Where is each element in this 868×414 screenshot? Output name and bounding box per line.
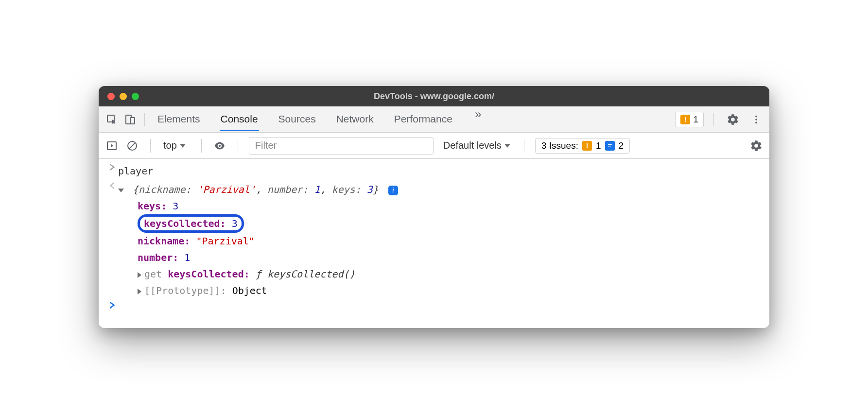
context-label: top [163,140,177,151]
expand-toggle-icon[interactable] [138,272,141,278]
tab-sources[interactable]: Sources [278,107,317,131]
divider [238,139,238,153]
devtools-window: DevTools - www.google.com/ Elements Cons… [99,86,769,328]
svg-rect-9 [608,144,612,145]
property-number[interactable]: number: 1 [138,249,762,266]
info-icon [605,141,615,151]
toggle-sidebar-icon[interactable] [104,138,119,153]
kebab-menu-icon[interactable] [747,110,765,129]
live-expression-icon[interactable] [212,138,227,153]
property-prototype[interactable]: [[Prototype]]: Object [138,282,762,299]
divider [524,139,524,153]
divider [150,139,151,153]
issues-warn-count: 1 [596,140,601,151]
more-tabs-icon[interactable]: » [472,107,484,131]
property-getter-keysCollected[interactable]: get keysCollected: ƒ keysCollected() [138,266,762,282]
window-title: DevTools - www.google.com/ [99,91,769,102]
object-preview: {nickname: 'Parzival', number: 1, keys: … [133,184,384,195]
tab-console[interactable]: Console [220,107,259,131]
panel-tabs: Elements Console Sources Network Perform… [156,107,484,131]
tabs-bar: Elements Console Sources Network Perform… [99,106,769,133]
console-settings-icon[interactable] [749,138,764,153]
property-nickname[interactable]: nickname: "Parzival" [138,233,762,249]
issues-summary[interactable]: 3 Issues: ! 1 2 [535,138,630,154]
console-prompt-row[interactable] [99,300,769,318]
divider [201,139,202,153]
divider [144,113,145,126]
console-result-row[interactable]: {nickname: 'Parzival', number: 1, keys: … [99,180,769,300]
console-toolbar: top Default levels 3 Issues: ! 1 2 [99,133,769,159]
property-keys[interactable]: keys: 3 [138,198,762,214]
settings-icon[interactable] [724,110,742,129]
tab-elements[interactable]: Elements [156,107,201,131]
chevron-down-icon [504,144,510,148]
output-return-icon [106,181,118,299]
console-command: player [118,163,762,179]
expand-toggle-icon[interactable] [118,189,124,192]
console-output: player {nickname: 'Parzival', number: 1,… [99,159,769,328]
chevron-down-icon [180,144,186,148]
tabs-issues-badge[interactable]: ! 1 [675,112,704,127]
minimize-window-button[interactable] [120,93,127,100]
console-input[interactable] [118,301,762,317]
device-toolbar-icon[interactable] [121,110,139,129]
console-input-echo: player [99,162,769,180]
prompt-icon [106,301,118,317]
issues-info-count: 2 [619,140,624,151]
svg-rect-10 [608,146,610,147]
svg-point-3 [755,115,757,117]
tab-network[interactable]: Network [335,107,375,131]
tab-performance[interactable]: Performance [393,107,453,131]
expand-toggle-icon[interactable] [138,289,141,294]
close-window-button[interactable] [107,93,115,100]
warning-icon: ! [582,141,592,151]
issues-label: 3 Issues: [541,140,578,151]
svg-rect-2 [130,118,135,124]
warning-icon: ! [680,115,690,124]
divider [713,113,714,126]
svg-point-11 [110,185,111,186]
inspect-element-icon[interactable] [103,110,121,129]
svg-point-4 [755,119,757,121]
svg-point-8 [219,144,221,146]
filter-input[interactable] [249,137,434,155]
clear-console-icon[interactable] [125,138,139,153]
titlebar: DevTools - www.google.com/ [99,86,769,106]
info-tooltip-icon[interactable]: i [388,186,398,195]
context-selector[interactable]: top [161,140,191,151]
input-prompt-icon [106,163,118,179]
traffic-lights [99,93,139,100]
log-levels-label: Default levels [443,140,502,151]
log-levels-selector[interactable]: Default levels [443,140,513,151]
maximize-window-button[interactable] [132,93,139,100]
object-properties: keys: 3 keysCollected: 3 nickname: "Parz… [138,198,762,299]
property-keysCollected[interactable]: keysCollected: 3 [138,214,762,233]
tabs-issues-count: 1 [693,114,698,125]
svg-point-5 [755,121,757,123]
